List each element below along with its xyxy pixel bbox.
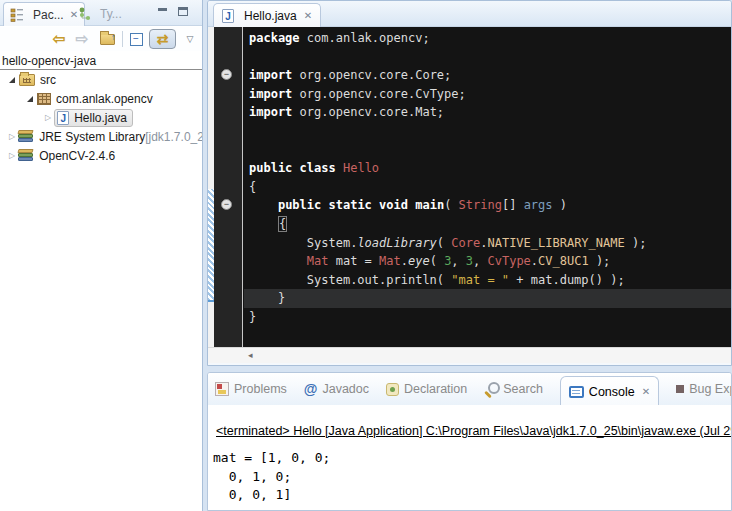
- package-icon: [37, 93, 51, 105]
- console-icon: [569, 386, 584, 398]
- code-line: package com.anlak.opencv;: [249, 29, 731, 48]
- library-icon: [18, 130, 34, 143]
- code-line: System.loadLibrary( Core.NATIVE_LIBRARY_…: [249, 234, 731, 253]
- code-line: Mat mat = Mat.eye( 3, 3, CvType.CV_8UC1 …: [249, 252, 731, 271]
- tree-item-jre-library[interactable]: ▷ JRE System Library [jdk1.7.0_25]: [0, 127, 202, 146]
- javadoc-at-icon: @: [304, 381, 318, 397]
- view-menu-icon[interactable]: ▽: [182, 29, 198, 49]
- code-editor[interactable]: package com.anlak.opencv; import org.ope…: [244, 27, 731, 347]
- close-icon[interactable]: ✕: [642, 386, 650, 397]
- declaration-icon: [386, 383, 399, 396]
- search-icon: [484, 382, 498, 396]
- editor-tab-label: Hello.java: [244, 9, 297, 23]
- expanded-triangle-icon[interactable]: [9, 77, 15, 83]
- expanded-triangle-icon[interactable]: [27, 96, 33, 102]
- code-line: [249, 122, 731, 141]
- bug-explorer-icon: [676, 385, 684, 393]
- tree-item-opencv-library[interactable]: ▷ OpenCV-2.4.6: [0, 146, 202, 165]
- code-line: import org.opencv.core.Core;: [249, 66, 731, 85]
- tab-bug-explorer[interactable]: Bug Explorer: [676, 382, 732, 396]
- tab-problems[interactable]: Problems: [215, 382, 287, 396]
- source-folder-icon: [19, 74, 35, 86]
- folding-ruler[interactable]: − −: [214, 27, 243, 347]
- code-line: [249, 48, 731, 67]
- folder-up-icon: ↑: [100, 34, 115, 45]
- horizontal-scrollbar[interactable]: ◂: [208, 347, 731, 363]
- maximize-icon[interactable]: [178, 7, 190, 17]
- problems-icon: [215, 382, 229, 396]
- jre-version-decorator: [jdk1.7.0_25]: [145, 130, 203, 144]
- forward-icon[interactable]: ⇨: [73, 29, 91, 49]
- code-line: public static void main( String[] args ): [249, 196, 731, 215]
- tree-item-package[interactable]: com.anlak.opencv: [0, 89, 202, 108]
- tab-console[interactable]: Console ✕: [560, 376, 659, 406]
- tab-hello-java[interactable]: J Hello.java ✕: [213, 3, 321, 27]
- bottom-view-tabbar: Problems @ Javadoc Declaration Search Co…: [208, 373, 731, 405]
- package-explorer-tree: hello-opencv-java src com.anlak.opencv ▷…: [0, 52, 202, 511]
- package-explorer-icon: [10, 8, 24, 22]
- console-output: mat = [1, 0, 0; 0, 1, 0; 0, 0, 1]: [213, 449, 330, 505]
- tab-javadoc[interactable]: @ Javadoc: [304, 381, 369, 397]
- tree-item-project[interactable]: hello-opencv-java: [0, 52, 202, 70]
- link-with-editor-button[interactable]: ⇄: [149, 29, 176, 49]
- console-view[interactable]: <terminated> Hello [Java Application] C:…: [208, 405, 731, 510]
- package-explorer-view: Pac... ✕ Ty... ⇦ ⇨: [0, 0, 203, 511]
- code-line: [249, 141, 731, 160]
- tab-type-hierarchy-label: Ty...: [100, 7, 122, 21]
- type-hierarchy-icon: [78, 7, 91, 21]
- code-line: }: [249, 289, 731, 308]
- go-up-icon[interactable]: ↑: [97, 29, 117, 49]
- close-icon[interactable]: ✕: [304, 10, 312, 21]
- editor-area: J Hello.java ✕ − − package com.anlak.ope…: [207, 0, 732, 366]
- code-lines: package com.anlak.opencv; import org.ope…: [244, 27, 731, 327]
- tab-search[interactable]: Search: [484, 382, 543, 396]
- console-process-header: <terminated> Hello [Java Application] C:…: [216, 424, 731, 438]
- collapsed-triangle-icon[interactable]: ▷: [9, 151, 15, 160]
- java-file-icon: J: [57, 111, 69, 125]
- code-line: import org.opencv.core.CvType;: [249, 85, 731, 104]
- code-line: System.out.println( "mat = " + mat.dump(…: [249, 271, 731, 290]
- library-icon: [18, 149, 34, 162]
- code-line: {: [249, 215, 731, 234]
- back-icon[interactable]: ⇦: [50, 29, 68, 49]
- code-line: import org.opencv.core.Mat;: [249, 103, 731, 122]
- code-line: public class Hello: [249, 159, 731, 178]
- editor-content: − − package com.anlak.opencv; import org…: [208, 27, 731, 347]
- minimize-icon[interactable]: [158, 7, 170, 17]
- tab-type-hierarchy[interactable]: Ty...: [72, 2, 128, 26]
- code-line: {: [249, 178, 731, 197]
- java-file-icon: J: [222, 9, 234, 23]
- link-with-editor-icon: ⇄: [157, 31, 169, 47]
- bottom-view-area: Problems @ Javadoc Declaration Search Co…: [207, 372, 732, 511]
- fold-collapse-icon[interactable]: −: [221, 69, 232, 80]
- tree-item-hello-java[interactable]: ▷ J Hello.java: [0, 108, 202, 127]
- tab-package-explorer-label: Pac...: [33, 8, 64, 22]
- selected-item-highlight: J Hello.java: [54, 109, 133, 127]
- tab-declaration[interactable]: Declaration: [386, 382, 467, 396]
- collapsed-triangle-icon[interactable]: ▷: [45, 113, 51, 122]
- left-view-tabbar: Pac... ✕ Ty...: [0, 0, 202, 26]
- fold-collapse-icon[interactable]: −: [221, 199, 232, 210]
- code-line: }: [249, 308, 731, 327]
- editor-tabbar: J Hello.java ✕: [208, 1, 731, 27]
- collapse-all-icon[interactable]: −: [127, 29, 145, 49]
- package-explorer-toolbar: ⇦ ⇨ ↑ − ⇄ ▽: [0, 27, 202, 51]
- collapsed-triangle-icon[interactable]: ▷: [9, 132, 15, 141]
- eclipse-workbench: Pac... ✕ Ty... ⇦ ⇨: [0, 0, 732, 511]
- scroll-left-arrow-icon[interactable]: ◂: [248, 350, 253, 360]
- toolbar-separator: [122, 31, 123, 47]
- tree-item-src[interactable]: src: [0, 70, 202, 89]
